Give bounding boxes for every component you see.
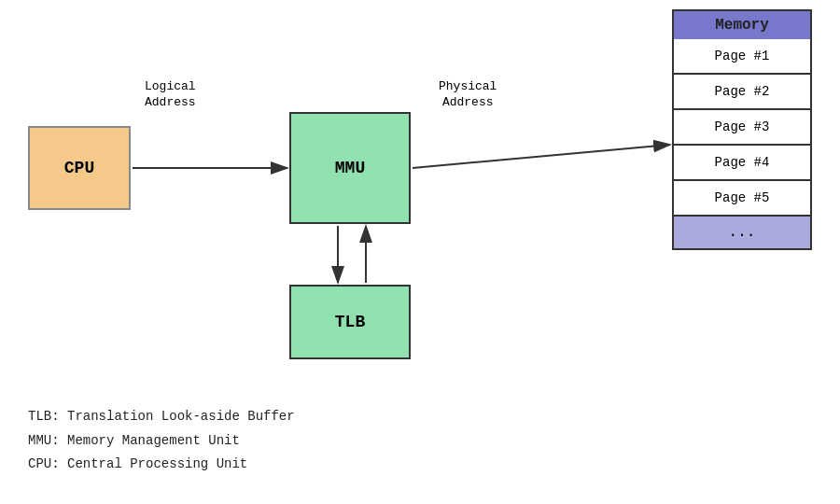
memory-page-3: Page #3 xyxy=(672,110,812,146)
mmu-box: MMU xyxy=(289,112,411,224)
legend: TLB: Translation Look-aside Buffer MMU: … xyxy=(28,405,295,476)
mmu-to-memory-arrow xyxy=(413,145,670,168)
tlb-label: TLB xyxy=(335,313,365,331)
memory-page-5: Page #5 xyxy=(672,181,812,217)
legend-cpu: CPU: Central Processing Unit xyxy=(28,453,295,476)
cpu-box: CPU xyxy=(28,126,131,210)
legend-tlb: TLB: Translation Look-aside Buffer xyxy=(28,405,295,428)
memory-page-1: Page #1 xyxy=(672,39,812,75)
physical-address-label: Physical Address xyxy=(439,79,497,111)
memory-page-4: Page #4 xyxy=(672,146,812,181)
diagram-area: CPU MMU TLB Memory Page #1 Page #2 Page … xyxy=(0,0,840,504)
memory-header: Memory xyxy=(672,9,812,39)
memory-block: Memory Page #1 Page #2 Page #3 Page #4 P… xyxy=(672,9,812,250)
memory-ellipsis: ... xyxy=(672,217,812,250)
mmu-label: MMU xyxy=(335,159,365,177)
memory-page-2: Page #2 xyxy=(672,75,812,110)
tlb-box: TLB xyxy=(289,285,411,359)
cpu-label: CPU xyxy=(64,159,94,177)
logical-address-label: Logical Address xyxy=(145,79,196,111)
legend-mmu: MMU: Memory Management Unit xyxy=(28,429,295,453)
